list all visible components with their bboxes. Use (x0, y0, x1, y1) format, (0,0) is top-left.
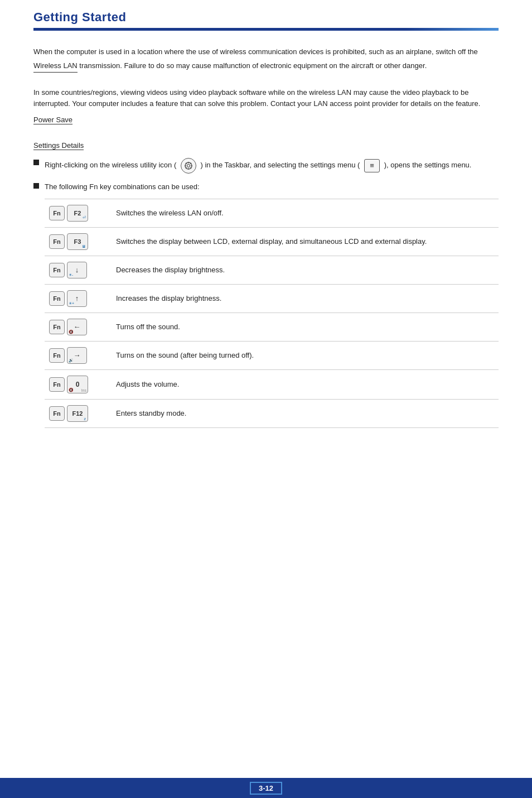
fn-row7-desc: Adjusts the volume. (112, 369, 499, 399)
fn-key-5: Fn (49, 320, 65, 334)
mute-key: ← 🔇 (67, 319, 87, 335)
sound-on-key: → 🔊 (67, 347, 87, 364)
fn-key-7: Fn (49, 377, 65, 392)
bullet-row-2: The following Fn key combinations can be… (33, 181, 499, 428)
fn-row1-desc: Switches the wireless LAN on/off. (112, 199, 499, 227)
fn-key-combo-8: Fn F12 z (45, 399, 112, 427)
fn-key-combo-5: Fn ← 🔇 (45, 313, 112, 341)
fn-row2-desc: Switches the display between LCD, extern… (112, 227, 499, 256)
fn-key-table: Fn F2 ⏎ Switches the wireless LAN on/off… (45, 199, 499, 428)
fn-key-2: Fn (49, 234, 65, 249)
bullet-icon-2 (33, 183, 39, 189)
fn-key-combo-3: Fn ↓ ☀- (45, 256, 112, 284)
section-block-1: When the computer is used in a location … (33, 46, 499, 77)
fn-key-combo-6: Fn → 🔊 (45, 341, 112, 369)
fn-key-combo-1: Fn F2 ⏎ (45, 199, 112, 227)
section-block-2: In some countries/regions, viewing video… (33, 87, 499, 129)
bullet-row-1: Right-clicking on the wireless utility i… (33, 158, 499, 174)
power-save-link[interactable]: Power Save (33, 116, 72, 124)
menu-icon: ≡ (364, 159, 380, 172)
fn-row8-desc: Enters standby mode. (112, 399, 499, 427)
bullet-icon-1 (33, 160, 39, 165)
brightness-up-key: ↑ ☀+ (67, 290, 87, 307)
svg-point-1 (187, 165, 190, 167)
header: Getting Started (0, 0, 532, 31)
content-area: When the computer is used in a location … (0, 31, 532, 460)
f12-key: F12 z (67, 405, 88, 422)
gear-icon (181, 158, 196, 174)
fn-key-combo-4: Fn ↑ ☀+ (45, 284, 112, 313)
fn-row6-desc: Turns on the sound (after being turned o… (112, 341, 499, 369)
fn-table-row-6: Fn → 🔊 Turns on the sound (after being t… (45, 341, 499, 369)
para1-post: transmission. Failure to do so may cause… (78, 61, 427, 70)
f2-key: F2 ⏎ (67, 205, 88, 222)
fn-key-3: Fn (49, 263, 65, 277)
para2-text: In some countries/regions, viewing video… (33, 88, 480, 108)
para1-pre: When the computer is used in a location … (33, 47, 478, 56)
section-block-3: Settings Details Right-clicking on the w… (33, 139, 499, 428)
page-wrapper: Getting Started When the computer is use… (0, 0, 532, 798)
fn-table-row-7: Fn 0 🔇 Ins Adjusts the volume. (45, 369, 499, 399)
fn-key-4: Fn (49, 291, 65, 306)
section-text-2: In some countries/regions, viewing video… (33, 87, 499, 110)
fn-table-row-8: Fn F12 z Enters standby mode. (45, 399, 499, 427)
fn-intro-text: The following Fn key combinations can be… (45, 181, 499, 193)
brightness-down-key: ↓ ☀- (67, 262, 87, 278)
fn-key-6: Fn (49, 348, 65, 363)
fn-key-combo-2: Fn F3 🖥 (45, 227, 112, 256)
fn-key-combo-7: Fn 0 🔇 Ins (45, 369, 112, 399)
fn-key-8: Fn (49, 406, 65, 421)
fn-table-row-3: Fn ↓ ☀- Decreases the display brightness… (45, 256, 499, 284)
bullet-text-1: Right-clicking on the wireless utility i… (45, 158, 471, 174)
fn-table-row-2: Fn F3 🖥 Switches the display between LCD… (45, 227, 499, 256)
fn-table-row-1: Fn F2 ⏎ Switches the wireless LAN on/off… (45, 199, 499, 227)
fn-table-row-5: Fn ← 🔇 Turns off the sound. (45, 313, 499, 341)
page-title: Getting Started (33, 10, 499, 25)
fn-row3-desc: Decreases the display brightness. (112, 256, 499, 284)
page-number: 3-12 (250, 782, 282, 795)
footer: 3-12 (0, 778, 532, 798)
volume-key: 0 🔇 Ins (67, 376, 88, 393)
settings-details-link[interactable]: Settings Details (33, 141, 84, 150)
fn-table-row-4: Fn ↑ ☀+ Increases the display brightness… (45, 284, 499, 313)
fn-key-1: Fn (49, 206, 65, 220)
fn-row5-desc: Turns off the sound. (112, 313, 499, 341)
fn-row4-desc: Increases the display brightness. (112, 284, 499, 313)
f3-key: F3 🖥 (67, 233, 88, 250)
section-text-1: When the computer is used in a location … (33, 46, 499, 77)
wireless-lan-link[interactable]: Wireless LAN (33, 60, 78, 73)
